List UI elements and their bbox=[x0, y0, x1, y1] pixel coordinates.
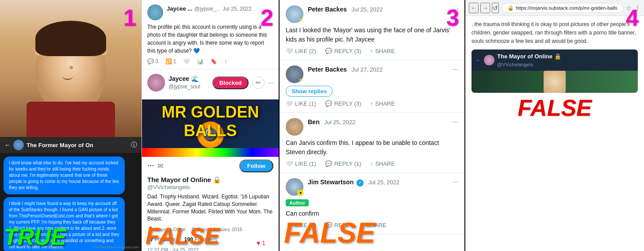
profile-bio: Dad. Trophy Husband. Wizard. Egotist. '1… bbox=[142, 192, 279, 225]
profile-actions: ··· ✉ bbox=[147, 161, 163, 171]
panel-number-4: 4 bbox=[626, 4, 639, 31]
info-icon: ⓘ bbox=[131, 141, 137, 149]
browser-forward-button[interactable]: → bbox=[480, 3, 490, 13]
lock-icon: 🔒 bbox=[507, 5, 514, 11]
comment-2: ★ Peter Backes Jul 27, 2022 ··· Show rep… bbox=[280, 60, 464, 113]
child-photo bbox=[0, 0, 142, 137]
comment-2-date: Jul 27, 2022 bbox=[351, 66, 383, 73]
more-options-2[interactable]: ··· bbox=[452, 65, 458, 73]
comment-2-author: Peter Backes bbox=[308, 66, 347, 73]
tweet-date: Jul 25, 2022 bbox=[222, 6, 251, 12]
substack-article: , the trauma troll thinking it is okay t… bbox=[465, 16, 644, 251]
mail-button[interactable]: ✉ bbox=[157, 162, 163, 170]
comment-3-share[interactable]: ↑ SHARE bbox=[370, 160, 395, 167]
comment-3-meta: Ben Jul 25, 2022 bbox=[308, 118, 458, 126]
comment-3-reply[interactable]: 💬 REPLY (1) bbox=[325, 160, 361, 167]
back-icon: ← bbox=[4, 141, 11, 148]
phone-header: ← The Former Mayor of On ⓘ bbox=[0, 137, 142, 153]
profile-info: Jaycee 🌊 @jypsie_soul bbox=[169, 75, 209, 90]
comment-1-date: Jul 25, 2022 bbox=[351, 6, 383, 13]
false-label-2: FALSE bbox=[146, 223, 220, 249]
comment-1-meta: Peter Backes Jul 25, 2022 bbox=[308, 5, 458, 13]
show-replies-button[interactable]: Show replies bbox=[286, 86, 333, 97]
more-options-button[interactable]: ··· bbox=[268, 79, 273, 86]
embed-banner bbox=[472, 71, 638, 93]
comment-2-actions: 🤍 LIKE (1) 💬 REPLY (3) ↑ SHARE bbox=[286, 100, 458, 107]
comment-1-author: Peter Backes bbox=[308, 6, 347, 13]
like-icon-bottom: ♥ 1 bbox=[257, 240, 265, 247]
false-label-4: FALSE bbox=[472, 96, 638, 119]
profile-screen-name: @VVichelangelo bbox=[142, 184, 279, 192]
phone-avatar bbox=[13, 140, 24, 150]
comment-3-date: Jul 25, 2022 bbox=[324, 119, 356, 126]
golden-banner: MR 🎱 MR GOLDEN BALLS bbox=[142, 99, 279, 157]
panel-4: ← → ↺ 🔒 https://mrjarvis.substack.com/p/… bbox=[464, 0, 644, 251]
tweet-reply-count: 💬 3 bbox=[147, 58, 158, 65]
more-options-3[interactable]: ··· bbox=[452, 118, 458, 126]
rainbow-strip bbox=[142, 148, 279, 157]
profile-name: Jaycee bbox=[169, 75, 189, 82]
tweet-like: 🤍 bbox=[183, 58, 190, 65]
comment-4-date: Jul 25, 2022 bbox=[368, 179, 399, 186]
profile-header-row: Jaycee 🌊 @jypsie_soul Blocked ✏ ··· bbox=[147, 74, 273, 91]
comment-1-text: Last I looked the 'Mayor' was using the … bbox=[286, 26, 458, 44]
address-bar[interactable]: 🔒 https://mrjarvis.substack.com/p/mr-gol… bbox=[502, 3, 623, 13]
profile-bottom-row: ··· ✉ Follow bbox=[142, 157, 279, 175]
comment-3: Ben Jul 25, 2022 ··· Can Jarvis confirm … bbox=[280, 113, 464, 173]
profile-card: Jaycee 🌊 @jypsie_soul Blocked ✏ ··· bbox=[142, 69, 279, 99]
false-label-3: FALSE bbox=[284, 217, 375, 249]
follow-button[interactable]: Follow bbox=[239, 160, 273, 172]
tweet-share: ↑ bbox=[224, 58, 227, 65]
tweet-bookmark: 🔖 bbox=[211, 58, 217, 65]
comment-2-header: ★ Peter Backes Jul 27, 2022 ··· bbox=[286, 65, 458, 83]
embed-name: The Mayor of Online 🔒 bbox=[497, 53, 561, 60]
comment-2-share[interactable]: ↑ SHARE bbox=[370, 100, 395, 107]
true-label: TRUE bbox=[4, 225, 66, 248]
phone-source: ThisPersonDoesNotExist.com bbox=[92, 245, 139, 249]
comment-4-avatar: ★ bbox=[286, 178, 303, 196]
browser-reload-button[interactable]: ↺ bbox=[492, 3, 499, 13]
panel-3: ★ Peter Backes Jul 25, 2022 ··· Last I l… bbox=[279, 0, 464, 251]
comment-4-author: Jim Stewartson bbox=[308, 179, 353, 186]
browser-back-button[interactable]: ← bbox=[469, 3, 479, 13]
tweet-avatar bbox=[147, 4, 163, 20]
verified-badge: ✓ bbox=[356, 179, 364, 186]
tweet-meta: Jaycee ... @jypsie_... Jul 25, 2022 bbox=[167, 4, 273, 12]
edit-button[interactable]: ✏ bbox=[252, 76, 264, 89]
phone-title: The Former Mayor of On bbox=[27, 142, 128, 148]
tweet-header: Jaycee ... @jypsie_... Jul 25, 2022 bbox=[147, 4, 273, 20]
panel-number-1: 1 bbox=[123, 4, 136, 31]
comment-2-like[interactable]: 🤍 LIKE (1) bbox=[286, 100, 316, 107]
article-text-1: , the trauma troll thinking it is okay t… bbox=[472, 20, 638, 46]
comment-3-header: Ben Jul 25, 2022 ··· bbox=[286, 118, 458, 136]
gold-star-2: ★ bbox=[299, 77, 303, 83]
comment-1-like[interactable]: 🤍 LIKE (2) bbox=[286, 48, 316, 54]
tweet-card: Jaycee ... @jypsie_... Jul 25, 2022 The … bbox=[142, 0, 279, 69]
comment-3-like[interactable]: 🤍 LIKE (1) bbox=[286, 160, 316, 167]
gold-star-1: ★ bbox=[299, 17, 303, 23]
comment-3-actions: 🤍 LIKE (1) 💬 REPLY (1) ↑ SHARE bbox=[286, 160, 458, 167]
banner-balls: MR GOLDEN BALLS bbox=[162, 103, 259, 140]
profile-name-row: Jaycee 🌊 bbox=[169, 75, 209, 82]
embed-avatar bbox=[484, 55, 494, 65]
comment-1-share[interactable]: ↑ SHARE bbox=[370, 48, 395, 54]
comment-thread: ★ Peter Backes Jul 25, 2022 ··· Last I l… bbox=[280, 0, 464, 251]
panel-2: Jaycee ... @jypsie_... Jul 25, 2022 The … bbox=[142, 0, 279, 251]
blocked-button[interactable]: Blocked bbox=[212, 76, 249, 89]
profile-handle: @jypsie_soul bbox=[169, 84, 200, 90]
dots-button[interactable]: ··· bbox=[147, 161, 154, 171]
comment-1-avatar: ★ bbox=[286, 5, 303, 23]
browser-bar: ← → ↺ 🔒 https://mrjarvis.substack.com/p/… bbox=[465, 0, 644, 16]
comment-1-reply[interactable]: 💬 REPLY (3) bbox=[325, 48, 361, 54]
comment-1-header: ★ Peter Backes Jul 25, 2022 ··· bbox=[286, 5, 458, 23]
tweet-retweet-count: 🔁 1 bbox=[165, 58, 176, 65]
profile-display-name: The Mayor of Online 🔒 bbox=[142, 175, 279, 184]
panel-1: ← The Former Mayor of On ⓘ I dont know w… bbox=[0, 0, 142, 251]
url-text: https://mrjarvis.substack.com/p/mr-golde… bbox=[516, 5, 617, 11]
tweet-text: The profile pic this account is currentl… bbox=[147, 23, 273, 55]
embed-header: ← The Mayor of Online 🔒 @VVichelangelo bbox=[472, 49, 638, 71]
comment-3-text: Can Jarvis confirm this. I appear to be … bbox=[286, 138, 458, 157]
more-options-4[interactable]: ··· bbox=[452, 178, 458, 186]
chat-bubble-1: I dont know what else to do. I've had my… bbox=[4, 156, 125, 194]
comment-2-reply[interactable]: 💬 REPLY (3) bbox=[325, 100, 361, 107]
